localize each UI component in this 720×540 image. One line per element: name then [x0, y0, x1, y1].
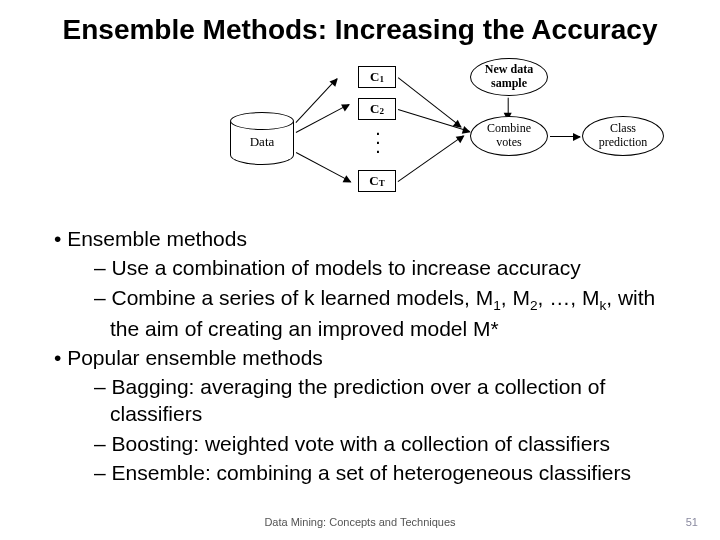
classifier-c1: C1: [358, 66, 396, 88]
page-number: 51: [686, 516, 698, 528]
bullet-boosting: Boosting: weighted vote with a collectio…: [50, 430, 670, 457]
new-data-oval: New data sample: [470, 58, 548, 96]
vertical-dots: ···: [376, 130, 380, 157]
bullet-ensemble-methods: Ensemble methods: [50, 225, 670, 252]
classifier-ct: CT: [358, 170, 396, 192]
bullet-popular-methods: Popular ensemble methods: [50, 344, 670, 371]
bullet-ensemble: Ensemble: combining a set of heterogeneo…: [50, 459, 670, 486]
bullet-bagging: Bagging: averaging the prediction over a…: [50, 373, 670, 428]
bullet-combine-series: Combine a series of k learned models, M1…: [50, 284, 670, 342]
combine-votes-oval: Combine votes: [470, 116, 548, 156]
arrow-data-ct: [296, 152, 351, 182]
arrow-data-c1: [295, 78, 337, 123]
new-data-label: New data sample: [485, 63, 533, 91]
classifier-c2: C2: [358, 98, 396, 120]
slide-title: Ensemble Methods: Increasing the Accurac…: [0, 14, 720, 46]
arrow-data-c2: [296, 104, 350, 133]
arrow-combine-pred: [550, 136, 580, 137]
footer-text: Data Mining: Concepts and Techniques: [0, 516, 720, 528]
combine-label: Combine votes: [487, 122, 531, 150]
data-label: Data: [230, 134, 294, 150]
bullet-use-combination: Use a combination of models to increase …: [50, 254, 670, 281]
data-cylinder: Data: [230, 112, 294, 162]
prediction-label: Class prediction: [599, 122, 648, 150]
ensemble-diagram: Data C1 C2 ··· CT New data sample Combin…: [230, 62, 670, 212]
bullet-list: Ensemble methods Use a combination of mo…: [50, 225, 670, 488]
class-prediction-oval: Class prediction: [582, 116, 664, 156]
arrow-ct-combine: [398, 135, 464, 182]
